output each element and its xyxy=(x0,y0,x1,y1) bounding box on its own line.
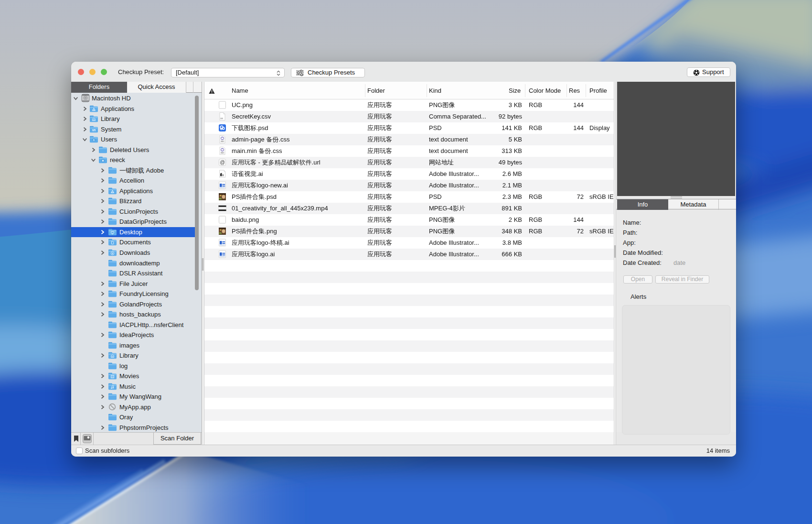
svg-text:TEXT: TEXT xyxy=(221,141,224,142)
svg-text:CSV: CSV xyxy=(220,118,223,120)
svg-text:@: @ xyxy=(220,159,225,165)
svg-text:TEXT: TEXT xyxy=(221,152,224,154)
